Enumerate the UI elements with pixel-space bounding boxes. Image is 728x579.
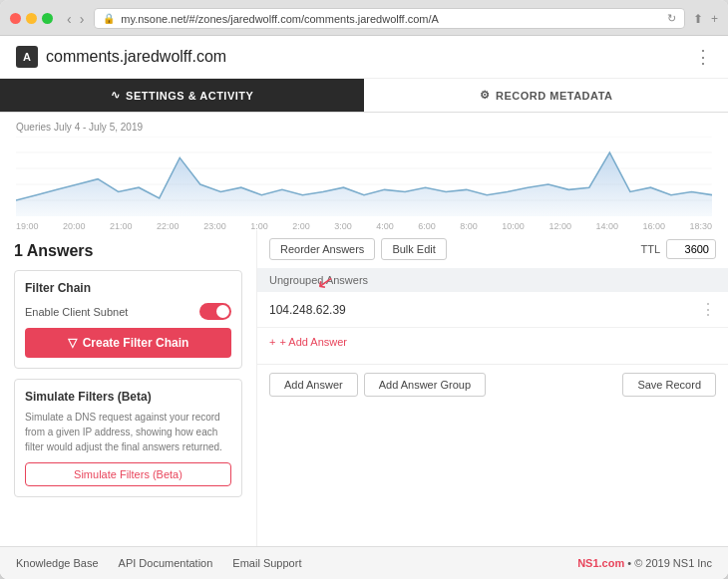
filter-chain-row: Enable Client Subnet <box>25 303 231 320</box>
back-button[interactable]: ‹ <box>65 11 74 27</box>
toolbar-left: Reorder Answers Bulk Edit <box>269 238 447 260</box>
tab-metadata[interactable]: ⚙ RECORD METADATA <box>364 79 728 112</box>
bookmark-icon[interactable]: + <box>711 12 718 26</box>
table-row: 104.248.62.39 ⋮ <box>257 292 728 328</box>
add-icon: + <box>269 336 275 348</box>
toggle-knob <box>216 305 229 318</box>
footer-links: Knowledge Base API Documentation Email S… <box>16 557 301 569</box>
browser-actions: ⬆ + <box>693 12 718 26</box>
answer-value: 104.248.62.39 <box>269 303 346 317</box>
main-content: Queries July 4 - July 5, 2019 <box>0 113 728 546</box>
add-answer-link[interactable]: + + Add Answer <box>257 328 728 356</box>
simulate-box: Simulate Filters (Beta) Simulate a DNS r… <box>14 379 242 497</box>
browser-window: ‹ › 🔒 my.nsone.net/#/zones/jaredwolff.co… <box>0 0 728 579</box>
answers-header: 1 Answers <box>14 242 242 260</box>
chart-svg <box>16 137 712 216</box>
add-answer-text: + Add Answer <box>279 336 347 348</box>
metadata-icon: ⚙ <box>480 89 491 102</box>
nav-buttons: ‹ › <box>65 11 86 27</box>
tab-settings[interactable]: ∿ SETTINGS & ACTIVITY <box>0 79 364 112</box>
chart-area: Queries July 4 - July 5, 2019 <box>0 113 728 230</box>
browser-chrome: ‹ › 🔒 my.nsone.net/#/zones/jaredwolff.co… <box>0 0 728 36</box>
settings-icon: ∿ <box>111 89 121 102</box>
address-bar[interactable]: 🔒 my.nsone.net/#/zones/jaredwolff.com/co… <box>94 8 685 29</box>
footer: Knowledge Base API Documentation Email S… <box>0 546 728 579</box>
answers-toolbar: Reorder Answers Bulk Edit TTL <box>257 230 728 268</box>
site-header: A comments.jaredwolff.com ⋮ <box>0 36 728 79</box>
enable-client-subnet-toggle[interactable] <box>199 303 231 320</box>
forward-button[interactable]: › <box>78 11 87 27</box>
tab-settings-label: SETTINGS & ACTIVITY <box>126 90 253 102</box>
create-filter-chain-button[interactable]: ▽ Create Filter Chain <box>25 328 231 358</box>
ttl-label: TTL <box>640 243 660 255</box>
filter-chain-box: Filter Chain Enable Client Subnet ▽ Crea… <box>14 270 242 369</box>
traffic-light-yellow[interactable] <box>26 13 37 24</box>
api-documentation-link[interactable]: API Documentation <box>119 557 213 569</box>
tab-metadata-label: RECORD METADATA <box>496 90 613 102</box>
email-support-link[interactable]: Email Support <box>232 557 301 569</box>
add-answer-button[interactable]: Add Answer <box>269 373 358 397</box>
answer-row-container: ↙ 104.248.62.39 ⋮ <box>257 292 728 328</box>
left-panel: 1 Answers Filter Chain Enable Client Sub… <box>0 230 257 546</box>
site-icon: A <box>16 46 38 68</box>
reorder-answers-button[interactable]: Reorder Answers <box>269 238 375 260</box>
ttl-input[interactable] <box>666 239 716 259</box>
bottom-action-bar: Add Answer Add Answer Group Save Record <box>257 364 728 405</box>
chart-date-range: July 4 - July 5, 2019 <box>54 122 143 133</box>
site-name: comments.jaredwolff.com <box>46 48 226 66</box>
simulate-filters-button[interactable]: Simulate Filters (Beta) <box>25 462 231 486</box>
right-panel: Reorder Answers Bulk Edit TTL Ungrouped … <box>257 230 728 546</box>
footer-right: NS1.com • © 2019 NS1 Inc <box>577 557 712 569</box>
site-menu-button[interactable]: ⋮ <box>694 46 712 68</box>
chart-x-labels: 19:00 20:00 21:00 22:00 23:00 1:00 2:00 … <box>16 219 712 231</box>
add-answer-group-button[interactable]: Add Answer Group <box>364 373 486 397</box>
url-text: my.nsone.net/#/zones/jaredwolff.com/comm… <box>121 13 439 25</box>
create-filter-btn-label: Create Filter Chain <box>83 336 189 350</box>
save-record-button[interactable]: Save Record <box>622 373 716 397</box>
traffic-lights <box>10 13 53 24</box>
simulate-title: Simulate Filters (Beta) <box>25 390 231 404</box>
bottom-section: 1 Answers Filter Chain Enable Client Sub… <box>0 230 728 546</box>
toolbar-right: TTL <box>640 239 716 259</box>
footer-copyright: • © 2019 NS1 Inc <box>627 557 712 569</box>
simulate-description: Simulate a DNS request against your reco… <box>25 410 231 454</box>
page: A comments.jaredwolff.com ⋮ ∿ SETTINGS &… <box>0 36 728 579</box>
ns1-brand: NS1.com <box>577 557 624 569</box>
enable-client-subnet-label: Enable Client Subnet <box>25 306 128 318</box>
filter-icon: ▽ <box>68 336 77 350</box>
filter-chain-title: Filter Chain <box>25 281 231 295</box>
chart-label: Queries July 4 - July 5, 2019 <box>16 121 712 133</box>
site-title: A comments.jaredwolff.com <box>16 46 226 68</box>
chart-container: 19:00 20:00 21:00 22:00 23:00 1:00 2:00 … <box>16 137 712 226</box>
share-icon[interactable]: ⬆ <box>693 12 703 26</box>
knowledge-base-link[interactable]: Knowledge Base <box>16 557 99 569</box>
answer-menu-button[interactable]: ⋮ <box>700 300 716 319</box>
refresh-icon[interactable]: ↻ <box>667 12 676 25</box>
traffic-light-red[interactable] <box>10 13 21 24</box>
traffic-light-green[interactable] <box>42 13 53 24</box>
lock-icon: 🔒 <box>103 13 115 24</box>
bulk-edit-button[interactable]: Bulk Edit <box>381 238 446 260</box>
tabs: ∿ SETTINGS & ACTIVITY ⚙ RECORD METADATA <box>0 79 728 113</box>
